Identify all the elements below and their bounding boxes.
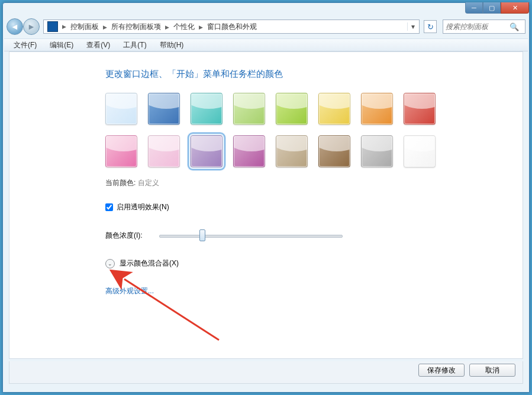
chevron-right-icon: ▶ (60, 24, 68, 30)
maximize-button[interactable]: ▢ (483, 2, 501, 14)
titlebar: ─ ▢ ✕ (3, 3, 529, 16)
color-swatch-teal[interactable] (191, 93, 223, 125)
color-intensity-label: 颜色浓度(I): (105, 231, 143, 241)
advanced-appearance-link[interactable]: 高级外观设置... (105, 286, 154, 296)
breadcrumb-2[interactable]: 个性化 (171, 22, 197, 31)
color-swatch-blush[interactable] (148, 135, 180, 167)
menu-tools[interactable]: 工具(T) (117, 39, 152, 51)
show-color-mixer-toggle[interactable]: ⌄ 显示颜色混合器(X) (105, 258, 523, 268)
color-swatch-pink[interactable] (105, 135, 137, 167)
cancel-button[interactable]: 取消 (469, 364, 515, 377)
nav-row: ◄ ► ▶ 控制面板▶所有控制面板项▶个性化▶窗口颜色和外观 ▾ ↻ 🔍 (7, 17, 525, 36)
window-frame: ─ ▢ ✕ ◄ ► ▶ 控制面板▶所有控制面板项▶个性化▶窗口颜色和外观 ▾ ↻… (2, 2, 530, 393)
color-swatch-sun[interactable] (318, 93, 350, 125)
content-pane: 更改窗口边框、「开始」菜单和任务栏的颜色 当前颜色: 自定义 启用透明效果(N)… (9, 51, 523, 359)
color-swatch-grid (105, 93, 460, 167)
breadcrumb-3[interactable]: 窗口颜色和外观 (205, 22, 259, 31)
chevron-right-icon: ▶ (163, 24, 171, 30)
menu-bar: 文件(F) 编辑(E) 查看(V) 工具(T) 帮助(H) (4, 38, 528, 51)
color-swatch-violet[interactable] (191, 135, 223, 167)
color-swatch-sky[interactable] (105, 93, 137, 125)
page-heading: 更改窗口边框、「开始」菜单和任务栏的颜色 (105, 69, 523, 80)
close-button[interactable]: ✕ (501, 2, 529, 14)
slider-thumb[interactable] (199, 229, 205, 241)
refresh-button[interactable]: ↻ (424, 20, 437, 33)
chevron-down-icon: ⌄ (105, 259, 115, 268)
address-bar[interactable]: ▶ 控制面板▶所有控制面板项▶个性化▶窗口颜色和外观 ▾ (43, 20, 420, 34)
search-box[interactable]: 🔍 (443, 20, 525, 34)
chevron-right-icon: ▶ (197, 24, 205, 30)
color-swatch-red[interactable] (404, 93, 436, 125)
menu-help[interactable]: 帮助(H) (154, 39, 190, 51)
search-input[interactable] (446, 22, 510, 31)
breadcrumb-1[interactable]: 所有控制面板项 (109, 22, 163, 31)
color-swatch-brown[interactable] (318, 135, 350, 167)
nav-forward-button[interactable]: ► (23, 18, 40, 35)
current-color-label: 当前颜色: (105, 179, 136, 187)
footer-bar: 保存修改 取消 (9, 361, 523, 384)
show-color-mixer-label: 显示颜色混合器(X) (120, 258, 179, 268)
color-swatch-slate[interactable] (361, 135, 393, 167)
save-button[interactable]: 保存修改 (418, 364, 465, 377)
control-panel-icon (47, 21, 58, 32)
menu-file[interactable]: 文件(F) (8, 39, 43, 51)
color-intensity-slider[interactable] (159, 230, 343, 241)
color-swatch-orange[interactable] (361, 93, 393, 125)
color-swatch-leaf[interactable] (233, 93, 265, 125)
color-swatch-taupe[interactable] (276, 135, 308, 167)
menu-view[interactable]: 查看(V) (80, 39, 116, 51)
breadcrumb-0[interactable]: 控制面板 (68, 22, 101, 31)
chevron-right-icon: ▶ (101, 24, 109, 30)
color-swatch-blue[interactable] (148, 93, 180, 125)
enable-transparency-label[interactable]: 启用透明效果(N) (117, 202, 169, 212)
current-color-value: 自定义 (138, 179, 159, 187)
search-icon: 🔍 (510, 22, 519, 31)
color-swatch-frost[interactable] (404, 135, 436, 167)
menu-edit[interactable]: 编辑(E) (44, 39, 79, 51)
enable-transparency-checkbox[interactable] (105, 203, 113, 211)
minimize-button[interactable]: ─ (465, 2, 483, 14)
color-swatch-lime[interactable] (276, 93, 308, 125)
address-dropdown-button[interactable]: ▾ (407, 22, 418, 31)
nav-back-button[interactable]: ◄ (7, 18, 23, 35)
color-swatch-fuchsia[interactable] (233, 135, 265, 167)
